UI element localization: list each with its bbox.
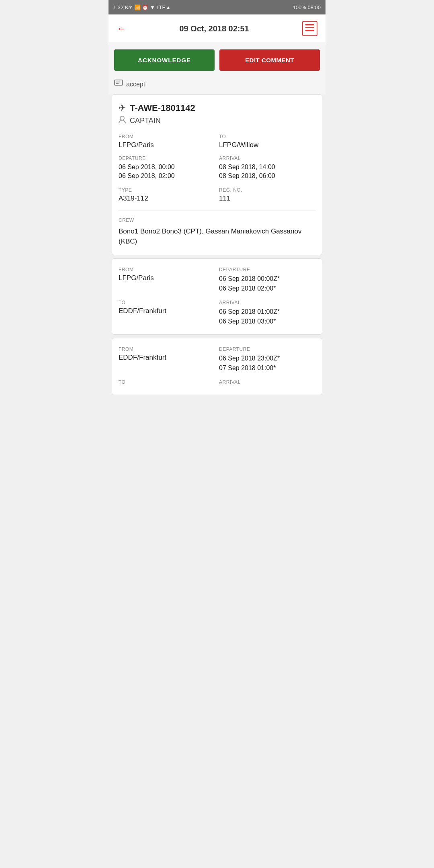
captain-row: CAPTAIN bbox=[119, 116, 315, 126]
person-icon bbox=[119, 116, 126, 126]
plane-icon: ✈ bbox=[119, 103, 126, 113]
seg2-to-label: TO bbox=[119, 379, 215, 385]
seg2-departure-line1: 06 Sep 2018 23:00Z* bbox=[219, 354, 315, 363]
seg1-to-section: TO EDDF/Frankfurt bbox=[119, 300, 215, 326]
seg1-from-value: LFPG/Paris bbox=[119, 274, 215, 282]
type-label: TYPE bbox=[119, 187, 215, 193]
captain-label: CAPTAIN bbox=[130, 117, 161, 125]
action-buttons: ACKNOWLEDGE EDIT COMMENT bbox=[108, 43, 326, 77]
acknowledge-button[interactable]: ACKNOWLEDGE bbox=[114, 49, 215, 71]
to-label: TO bbox=[219, 134, 315, 139]
seg1-arrival-line2: 06 Sep 2018 03:00* bbox=[219, 317, 315, 326]
flight-info-grid: FROM LFPG/Paris TO LFPG/Willow DEPATURE … bbox=[119, 134, 315, 203]
svg-rect-3 bbox=[115, 80, 123, 85]
arrival-section: ARRIVAL 08 Sep 2018, 14:00 08 Sep 2018, … bbox=[219, 156, 315, 181]
svg-rect-5 bbox=[116, 83, 119, 84]
seg2-from-value: EDDF/Frankfurt bbox=[119, 354, 215, 362]
to-value: LFPG/Willow bbox=[219, 141, 315, 149]
seg2-to-section: TO bbox=[119, 379, 215, 387]
svg-marker-6 bbox=[116, 85, 117, 86]
flight-id: T-AWE-1801142 bbox=[130, 103, 195, 113]
status-bar-left: 1.32 K/s 📶 ⏰ ▼ LTE▲ bbox=[113, 4, 171, 10]
svg-point-7 bbox=[120, 116, 124, 120]
edit-comment-button[interactable]: EDIT COMMENT bbox=[219, 49, 320, 71]
svg-rect-1 bbox=[305, 27, 314, 28]
reg-no-label: REG. NO. bbox=[219, 187, 315, 193]
departure-line1: 06 Sep 2018, 00:00 bbox=[119, 163, 215, 172]
seg1-from-label: FROM bbox=[119, 267, 215, 272]
from-section: FROM LFPG/Paris bbox=[119, 134, 215, 149]
arrival-line2: 08 Sep 2018, 06:00 bbox=[219, 172, 315, 180]
reg-no-section: REG. NO. 111 bbox=[219, 187, 315, 203]
speed-text: 1.32 K/s bbox=[113, 4, 133, 10]
departure-label: DEPATURE bbox=[119, 156, 215, 161]
status-bar-right: 100% 08:00 bbox=[293, 4, 321, 10]
signal-icons: 📶 ⏰ ▼ LTE▲ bbox=[134, 4, 171, 10]
segment2-grid: FROM EDDF/Frankfurt DEPARTURE 06 Sep 201… bbox=[119, 346, 315, 387]
header: ← 09 Oct, 2018 02:51 bbox=[108, 14, 326, 43]
back-button[interactable]: ← bbox=[117, 23, 126, 34]
seg2-arrival-label: ARRIVAL bbox=[219, 379, 315, 385]
seg1-to-label: TO bbox=[119, 300, 215, 305]
list-icon[interactable] bbox=[302, 21, 317, 36]
seg2-arrival-section: ARRIVAL bbox=[219, 379, 315, 387]
segment1-grid: FROM LFPG/Paris DEPARTURE 06 Sep 2018 00… bbox=[119, 267, 315, 326]
flight-id-row: ✈ T-AWE-1801142 bbox=[119, 103, 315, 113]
seg1-arrival-section: ARRIVAL 06 Sep 2018 01:00Z* 06 Sep 2018 … bbox=[219, 300, 315, 326]
arrival-line1: 08 Sep 2018, 14:00 bbox=[219, 163, 315, 172]
crew-value: Bono1 Bono2 Bono3 (CPT), Gassan Maniakov… bbox=[119, 226, 315, 247]
type-section: TYPE A319-112 bbox=[119, 187, 215, 203]
seg1-departure-line2: 06 Sep 2018 02:00* bbox=[219, 284, 315, 293]
comment-text: accept bbox=[126, 81, 145, 88]
seg2-from-label: FROM bbox=[119, 346, 215, 352]
status-bar: 1.32 K/s 📶 ⏰ ▼ LTE▲ 100% 08:00 bbox=[108, 0, 326, 14]
seg2-from-section: FROM EDDF/Frankfurt bbox=[119, 346, 215, 373]
segment1-card: FROM LFPG/Paris DEPARTURE 06 Sep 2018 00… bbox=[112, 258, 322, 335]
comment-row: accept bbox=[108, 77, 326, 94]
battery-text: 100% bbox=[293, 4, 306, 10]
time-text: 08:00 bbox=[307, 4, 321, 10]
segment2-card: FROM EDDF/Frankfurt DEPARTURE 06 Sep 201… bbox=[112, 338, 322, 395]
type-value: A319-112 bbox=[119, 194, 215, 203]
seg2-departure-section: DEPARTURE 06 Sep 2018 23:00Z* 07 Sep 201… bbox=[219, 346, 315, 373]
arrival-label: ARRIVAL bbox=[219, 156, 315, 161]
seg2-departure-label: DEPARTURE bbox=[219, 346, 315, 352]
departure-line2: 06 Sep 2018, 02:00 bbox=[119, 172, 215, 180]
seg1-departure-label: DEPARTURE bbox=[219, 267, 315, 272]
from-label: FROM bbox=[119, 134, 215, 139]
comment-icon bbox=[114, 80, 123, 89]
header-title: 09 Oct, 2018 02:51 bbox=[179, 24, 249, 33]
seg1-departure-section: DEPARTURE 06 Sep 2018 00:00Z* 06 Sep 201… bbox=[219, 267, 315, 293]
departure-section: DEPATURE 06 Sep 2018, 00:00 06 Sep 2018,… bbox=[119, 156, 215, 181]
crew-section: CREW Bono1 Bono2 Bono3 (CPT), Gassan Man… bbox=[119, 217, 315, 247]
from-value: LFPG/Paris bbox=[119, 141, 215, 149]
to-section: TO LFPG/Willow bbox=[219, 134, 315, 149]
reg-no-value: 111 bbox=[219, 194, 315, 203]
seg1-departure-line1: 06 Sep 2018 00:00Z* bbox=[219, 274, 315, 284]
seg1-from-section: FROM LFPG/Paris bbox=[119, 267, 215, 293]
svg-rect-4 bbox=[116, 82, 120, 82]
crew-label: CREW bbox=[119, 217, 315, 223]
seg2-departure-line2: 07 Sep 2018 01:00* bbox=[219, 363, 315, 373]
divider bbox=[119, 211, 315, 211]
seg1-arrival-line1: 06 Sep 2018 01:00Z* bbox=[219, 307, 315, 317]
seg1-to-value: EDDF/Frankfurt bbox=[119, 307, 215, 315]
flight-card: ✈ T-AWE-1801142 CAPTAIN FROM LFPG/Paris … bbox=[112, 94, 322, 255]
svg-rect-2 bbox=[305, 30, 314, 31]
svg-rect-0 bbox=[305, 24, 314, 25]
seg1-arrival-label: ARRIVAL bbox=[219, 300, 315, 305]
